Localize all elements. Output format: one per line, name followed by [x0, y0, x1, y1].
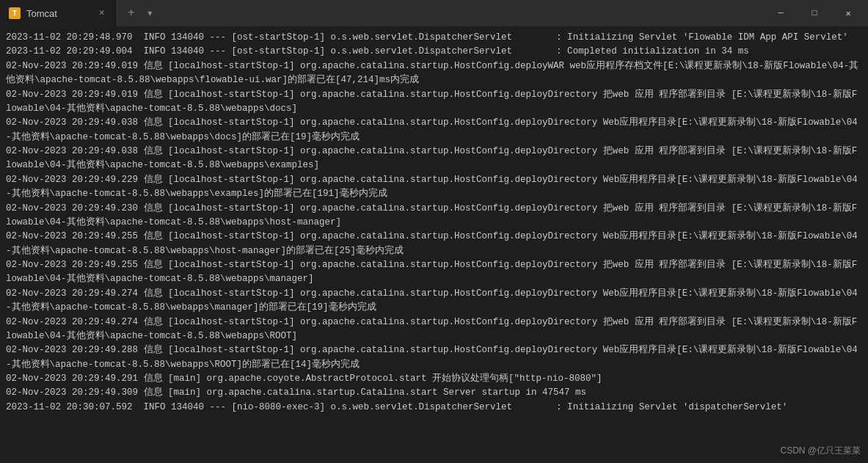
log-line: 02-Nov-2023 20:29:49.229 信息 [localhost-s… [6, 173, 862, 202]
log-line: 02-Nov-2023 20:29:49.288 信息 [localhost-s… [6, 343, 862, 372]
tab-icon: T [9, 7, 21, 19]
log-line: 02-Nov-2023 20:29:49.038 信息 [localhost-s… [6, 145, 862, 173]
log-line: 02-Nov-2023 20:29:49.274 信息 [localhost-s… [6, 316, 862, 344]
maximize-button[interactable]: □ [798, 0, 831, 26]
window-controls: — □ ✕ [764, 0, 865, 26]
title-bar: T Tomcat × + ▾ — □ ✕ [0, 0, 868, 26]
tomcat-tab[interactable]: T Tomcat × [0, 0, 117, 26]
close-button[interactable]: ✕ [831, 0, 865, 26]
log-line: 02-Nov-2023 20:29:49.019 信息 [localhost-s… [6, 59, 862, 88]
log-line: 02-Nov-2023 20:29:49.255 信息 [localhost-s… [6, 230, 862, 258]
tab-dropdown-button[interactable]: ▾ [142, 4, 158, 22]
log-line: 02-Nov-2023 20:29:49.274 信息 [localhost-s… [6, 287, 862, 316]
log-line: 02-Nov-2023 20:29:49.291 信息 [main] org.a… [6, 372, 862, 386]
tab-close-button[interactable]: × [96, 6, 108, 21]
title-bar-left: T Tomcat × + ▾ [0, 0, 164, 26]
log-line: 02-Nov-2023 20:29:49.019 信息 [localhost-s… [6, 88, 862, 117]
tab-title: Tomcat [26, 8, 57, 19]
log-line: 2023-11-02 20:29:48.970 INFO 134040 --- … [6, 31, 862, 45]
log-line: 02-Nov-2023 20:29:49.255 信息 [localhost-s… [6, 258, 862, 287]
log-line: 02-Nov-2023 20:29:49.309 信息 [main] org.a… [6, 386, 862, 400]
minimize-button[interactable]: — [764, 0, 798, 26]
tab-actions: + ▾ [117, 4, 164, 22]
main-window: T Tomcat × + ▾ — □ ✕ 2023-11-02 20:29:48… [0, 0, 868, 463]
console-output: 2023-11-02 20:29:48.970 INFO 134040 --- … [0, 26, 868, 463]
new-tab-button[interactable]: + [123, 5, 139, 21]
log-line: 2023-11-02 20:30:07.592 INFO 134040 --- … [6, 401, 862, 415]
log-line: 02-Nov-2023 20:29:49.038 信息 [localhost-s… [6, 116, 862, 145]
log-line: 2023-11-02 20:29:49.004 INFO 134040 --- … [6, 45, 862, 59]
log-line: 02-Nov-2023 20:29:49.230 信息 [localhost-s… [6, 202, 862, 230]
